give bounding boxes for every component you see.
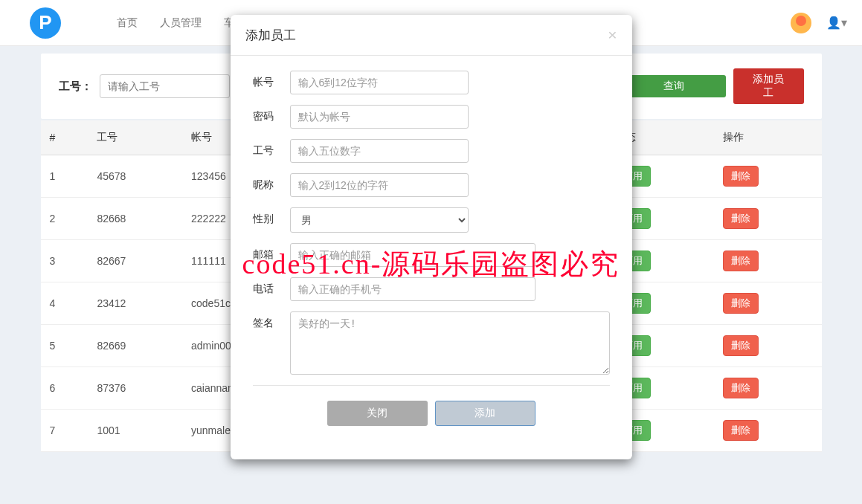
email-label: 邮箱 [253,243,290,262]
jobno-label: 工号： [59,80,92,94]
modal-close-button[interactable]: 关闭 [327,401,428,426]
sign-textarea[interactable] [290,311,610,375]
nickname-input[interactable] [290,173,469,197]
password-label: 密码 [253,105,290,123]
table-header: 工号 [88,120,182,155]
avatar[interactable] [791,13,811,33]
nav-people[interactable]: 人员管理 [149,16,213,30]
add-employee-modal: 添加员工 × 帐号 密码 工号 昵称 性别 男 邮箱 [231,15,632,459]
delete-button[interactable]: 删除 [723,208,759,229]
password-input[interactable] [290,105,469,129]
jobno-field-input[interactable] [290,139,469,163]
modal-title: 添加员工 [245,27,296,44]
sign-label: 签名 [253,311,290,330]
modal-add-button[interactable]: 添加 [435,401,535,426]
table-header: 操作 [714,120,822,155]
user-dropdown-icon[interactable]: 👤▾ [826,16,847,30]
delete-button[interactable]: 删除 [723,420,759,441]
nickname-label: 昵称 [253,173,290,192]
logo[interactable]: P [30,7,61,39]
delete-button[interactable]: 删除 [723,293,759,314]
account-label: 帐号 [253,71,290,89]
gender-label: 性别 [253,207,290,226]
nav-home[interactable]: 首页 [106,16,149,30]
phone-input[interactable] [290,277,535,301]
jobno-input[interactable] [100,74,230,98]
table-header: # [41,120,89,155]
search-button[interactable]: 查询 [622,75,726,97]
phone-label: 电话 [253,277,290,296]
account-input[interactable] [290,71,469,94]
delete-button[interactable]: 删除 [723,251,759,271]
jobno-field-label: 工号 [253,139,290,158]
delete-button[interactable]: 删除 [723,335,759,356]
close-icon[interactable]: × [608,26,617,44]
delete-button[interactable]: 删除 [723,166,759,187]
add-employee-button[interactable]: 添加员工 [733,68,804,104]
email-input[interactable] [290,243,535,267]
gender-select[interactable]: 男 [290,207,469,233]
delete-button[interactable]: 删除 [723,378,759,398]
